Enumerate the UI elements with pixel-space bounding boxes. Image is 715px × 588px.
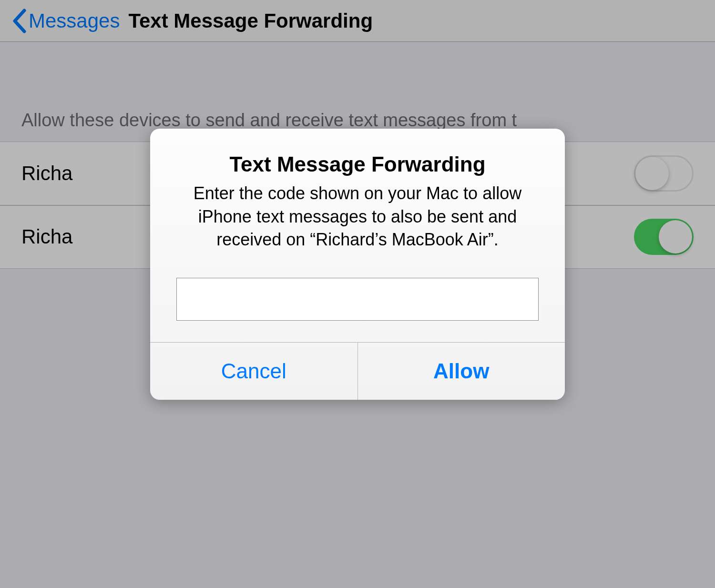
alert-title: Text Message Forwarding xyxy=(172,152,543,176)
alert-dialog: Text Message Forwarding Enter the code s… xyxy=(150,129,565,400)
verification-code-input[interactable] xyxy=(176,278,539,321)
cancel-button[interactable]: Cancel xyxy=(150,343,358,400)
alert-content: Text Message Forwarding Enter the code s… xyxy=(150,129,565,342)
alert-buttons: Cancel Allow xyxy=(150,342,565,400)
allow-button[interactable]: Allow xyxy=(358,343,565,400)
alert-message: Enter the code shown on your Mac to allo… xyxy=(172,182,543,252)
